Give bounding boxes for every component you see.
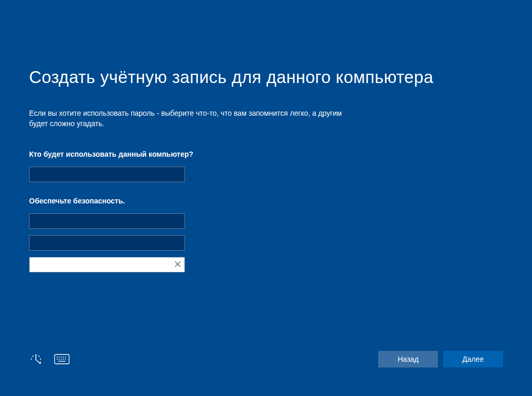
footer-icons xyxy=(29,352,70,366)
password-hint-input[interactable] xyxy=(29,257,185,272)
security-section: Обеспечьте безопасность. xyxy=(29,197,503,272)
back-button[interactable]: Назад xyxy=(378,351,438,367)
main-content: Создать учётную запись для данного компь… xyxy=(0,0,532,272)
username-label: Кто будет использовать данный компьютер? xyxy=(29,150,503,158)
footer: Назад Далее xyxy=(29,351,503,367)
page-title: Создать учётную запись для данного компь… xyxy=(29,67,503,87)
clear-icon[interactable] xyxy=(175,261,181,268)
security-label: Обеспечьте безопасность. xyxy=(29,197,503,205)
password-input[interactable] xyxy=(29,213,185,229)
hint-input-wrapper xyxy=(29,257,185,272)
keyboard-icon[interactable] xyxy=(54,354,70,364)
footer-buttons: Назад Далее xyxy=(378,351,503,367)
username-section: Кто будет использовать данный компьютер? xyxy=(29,150,503,182)
username-input[interactable] xyxy=(29,167,185,182)
password-confirm-input[interactable] xyxy=(29,235,185,251)
accessibility-icon[interactable] xyxy=(29,352,43,366)
next-button[interactable]: Далее xyxy=(443,351,503,367)
page-description: Если вы хотите использовать пароль - выб… xyxy=(29,108,346,129)
